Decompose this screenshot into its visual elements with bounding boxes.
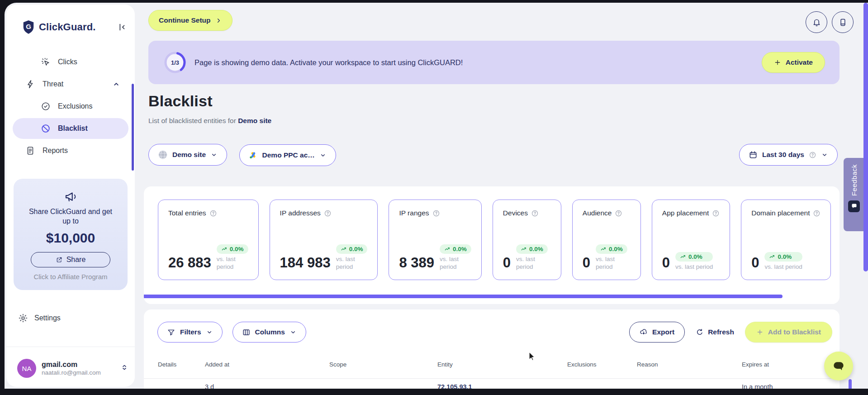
column-header-expires-at[interactable]: Expires at (742, 361, 832, 368)
docs-button[interactable] (832, 11, 854, 33)
chat-widget-button[interactable] (824, 352, 853, 381)
stats-panel: Total entries26 8830.0%vs. last periodIP… (144, 186, 840, 304)
trend-up-icon (221, 246, 228, 252)
sidebar-item-label: Threat (43, 80, 63, 88)
notifications-button[interactable] (806, 11, 827, 33)
affiliate-promo-card[interactable]: Share ClickGuard and get up to $10,000 S… (14, 179, 128, 290)
help-icon[interactable] (209, 209, 217, 217)
page-subtitle: List of blacklisted entities for Demo si… (148, 117, 271, 125)
row-cell-expires-at: In a month (742, 383, 832, 389)
table-vertical-scrollbar[interactable] (849, 379, 852, 389)
stat-card-app-placement: App placement00.0%vs. last period (652, 200, 730, 280)
trend-up-icon (341, 246, 347, 252)
stat-value: 0 (583, 255, 590, 271)
sidebar-item-blacklist[interactable]: Blacklist (13, 118, 128, 139)
sidebar-scrollbar[interactable] (132, 84, 134, 171)
chevron-down-icon (289, 328, 297, 336)
demo-data-banner: 1/3 Page is showing demo data. Activate … (148, 41, 840, 84)
stat-card-domain-placement: Domain placement00.0%vs. last period (741, 200, 831, 280)
google-ads-icon (249, 151, 258, 160)
vs-last-period-label: vs. last period (440, 255, 470, 271)
stat-value: 0 (751, 255, 759, 271)
stat-label: IP addresses (280, 209, 321, 217)
divider (6, 347, 135, 347)
vs-last-period-label: vs. last period (596, 255, 626, 271)
column-header-added-at[interactable]: Added at (205, 361, 329, 368)
account-switcher[interactable]: NA gmail.com naatali.ro@gmail.com (17, 357, 128, 380)
account-email: naatali.ro@gmail.com (42, 369, 101, 376)
promo-caption: Click to Affiliate Program (14, 273, 128, 281)
date-range-selector[interactable]: Last 30 days (739, 144, 838, 166)
chevron-down-icon (206, 328, 213, 336)
brand-name: ClickGuard. (39, 21, 96, 33)
chevron-down-icon (319, 152, 327, 159)
stat-label: App placement (662, 209, 709, 217)
feedback-tab[interactable]: Feedback (844, 158, 864, 231)
stat-label: Total entries (168, 209, 206, 217)
activate-button[interactable]: Activate (762, 52, 825, 73)
stat-card-ip-addresses: IP addresses184 9830.0%vs. last period (270, 200, 378, 280)
help-icon[interactable] (432, 209, 440, 217)
help-icon[interactable] (712, 209, 720, 217)
vs-last-period-label: vs. last period (336, 255, 366, 271)
clickguard-logo-icon: G (22, 19, 35, 35)
help-icon[interactable] (615, 209, 622, 217)
trend-badge: 0.0% (336, 244, 368, 254)
refresh-button[interactable]: Refresh (696, 328, 734, 336)
chevron-up-icon[interactable] (112, 80, 120, 88)
stats-horizontal-scrollbar[interactable] (144, 295, 783, 298)
bell-icon (812, 18, 821, 27)
window-vertical-scrollbar[interactable] (863, 3, 868, 271)
sidebar-item-exclusions[interactable]: Exclusions (13, 96, 128, 117)
column-header-scope[interactable]: Scope (329, 361, 437, 368)
column-header-exclusions[interactable]: Exclusions (567, 361, 637, 368)
export-button[interactable]: Export (629, 322, 685, 343)
trend-badge: 0.0% (764, 252, 802, 262)
trend-up-icon (444, 246, 451, 252)
calendar-icon (749, 150, 758, 159)
chevron-down-icon (821, 151, 828, 158)
badge-check-icon (41, 101, 51, 111)
cursor-click-icon (41, 57, 51, 67)
help-icon[interactable] (531, 209, 539, 217)
blacklist-table-panel: Filters Columns Export Refresh (144, 309, 840, 389)
help-icon[interactable] (324, 209, 332, 217)
book-icon (838, 18, 848, 27)
sidebar-item-reports[interactable]: Reports (13, 140, 128, 161)
stat-card-ip-ranges: IP ranges8 3890.0%vs. last period (389, 200, 481, 280)
table-row[interactable]: 3 d72.105.93.1In a month (158, 383, 840, 389)
trend-badge: 0.0% (596, 244, 627, 254)
plus-icon (756, 328, 764, 336)
stat-label: Audience (583, 209, 612, 217)
site-selector[interactable]: Demo site (148, 144, 227, 166)
continue-setup-button[interactable]: Continue Setup (148, 10, 232, 31)
add-to-blacklist-button[interactable]: Add to Blacklist (745, 322, 832, 343)
ppc-account-selector[interactable]: Demo PPC ac… (239, 144, 336, 166)
columns-button[interactable]: Columns (232, 322, 306, 343)
stat-card-audience: Audience00.0%vs. last period (572, 200, 641, 280)
sidebar-item-settings[interactable]: Settings (18, 313, 61, 323)
stat-value: 0 (662, 255, 670, 271)
cloud-download-icon (640, 328, 648, 336)
promo-text: Share ClickGuard and get up to (25, 207, 116, 226)
share-button[interactable]: Share (31, 252, 110, 267)
context-selectors: Demo site Demo PPC ac… Last 30 days (148, 144, 840, 167)
banner-message: Page is showing demo data. Activate your… (194, 58, 463, 67)
topbar-icons (806, 11, 854, 33)
lightning-icon (25, 79, 35, 89)
help-icon[interactable] (813, 209, 821, 217)
stats-cards-row: Total entries26 8830.0%vs. last periodIP… (158, 200, 840, 280)
sidebar-item-label: Blacklist (58, 124, 88, 133)
column-header-details[interactable]: Details (158, 361, 205, 368)
filters-button[interactable]: Filters (157, 322, 223, 343)
collapse-sidebar-icon[interactable] (117, 22, 127, 32)
stat-value: 26 883 (168, 255, 211, 271)
column-header-entity[interactable]: Entity (437, 361, 567, 368)
subtitle-site-name: Demo site (238, 117, 271, 124)
vs-last-period-label: vs. last period (516, 255, 546, 271)
column-header-reason[interactable]: Reason (637, 361, 742, 368)
columns-icon (242, 328, 251, 337)
sidebar-item-threat[interactable]: Threat (13, 74, 128, 95)
sidebar-item-clicks[interactable]: Clicks (13, 52, 128, 72)
feedback-chat-icon (848, 200, 860, 212)
